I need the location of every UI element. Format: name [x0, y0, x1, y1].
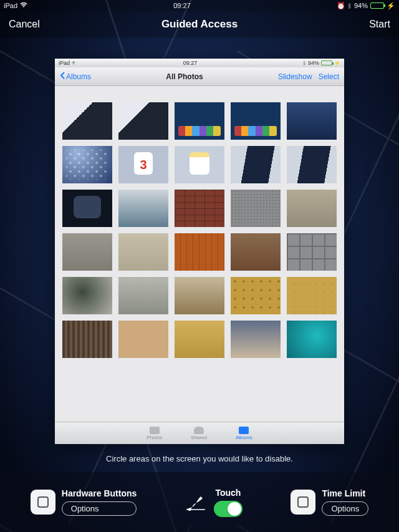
photo-thumbnail[interactable]: [287, 190, 337, 227]
touch-control: Touch: [185, 488, 243, 517]
preview-status-time: 09:27: [183, 60, 198, 66]
alarm-icon: ⏰: [337, 2, 345, 10]
photo-thumbnail[interactable]: [287, 102, 337, 140]
tab-photos-label: Photos: [147, 435, 162, 440]
app-preview[interactable]: iPad ᯤ 09:27 ᛒ 94% ⚡ Albums All Photos S…: [55, 59, 344, 444]
touch-toggle[interactable]: [214, 501, 243, 517]
page-title: Guided Access: [161, 18, 238, 31]
tab-shared[interactable]: Shared: [191, 427, 207, 440]
photo-thumbnail[interactable]: [175, 102, 224, 140]
timelimit-label: Time Limit: [322, 488, 368, 498]
photo-thumbnail[interactable]: [231, 321, 281, 358]
photo-thumbnail[interactable]: [287, 277, 337, 314]
device-label: iPad: [4, 2, 17, 9]
back-button[interactable]: Albums: [60, 72, 91, 81]
photo-thumbnail[interactable]: [175, 146, 224, 183]
tab-photos[interactable]: Photos: [147, 427, 162, 440]
preview-battery-pct: 94%: [308, 60, 319, 66]
photo-thumbnail[interactable]: [118, 321, 168, 358]
battery-icon: [370, 2, 384, 9]
photo-thumbnail[interactable]: [118, 233, 168, 271]
photo-thumbnail[interactable]: [287, 146, 337, 183]
preview-device-label: iPad: [59, 60, 70, 66]
photo-thumbnail[interactable]: [231, 233, 281, 271]
wifi-icon: [20, 2, 27, 9]
tab-albums-label: Albums: [236, 435, 252, 440]
preview-status-bar: iPad ᯤ 09:27 ᛒ 94% ⚡: [55, 59, 344, 67]
photo-thumbnail[interactable]: [175, 233, 224, 271]
photo-thumbnail[interactable]: [287, 321, 337, 358]
back-label: Albums: [66, 72, 91, 81]
draw-icon: [185, 493, 206, 511]
photo-thumbnail[interactable]: [62, 321, 112, 358]
albums-icon: [239, 427, 249, 434]
hint-text: Circle areas on the screen you would lik…: [0, 454, 399, 463]
photo-thumbnail[interactable]: [231, 146, 281, 183]
battery-pct: 94%: [354, 2, 368, 9]
photo-thumbnail[interactable]: [287, 233, 337, 271]
photo-thumbnail[interactable]: [62, 102, 112, 140]
chevron-left-icon: [60, 72, 65, 81]
preview-charging-icon: ⚡: [334, 60, 340, 66]
photo-thumbnail[interactable]: [62, 233, 112, 271]
hardware-label: Hardware Buttons: [62, 488, 137, 498]
charging-icon: ⚡: [387, 2, 395, 10]
cloud-icon: [194, 427, 204, 434]
touch-label: Touch: [215, 488, 241, 498]
photo-thumbnail[interactable]: [231, 277, 281, 314]
home-button-icon: [37, 496, 49, 508]
start-button[interactable]: Start: [347, 19, 390, 30]
time-limit-control: Time Limit Options: [291, 488, 368, 516]
photo-thumbnail[interactable]: [118, 190, 168, 227]
select-button[interactable]: Select: [319, 72, 339, 81]
photo-thumbnail[interactable]: [62, 190, 112, 227]
tab-shared-label: Shared: [191, 435, 207, 440]
bottom-control-bar: Hardware Buttons Options Touch Time Limi…: [0, 472, 399, 532]
preview-wifi-icon: ᯤ: [72, 60, 77, 66]
hardware-icon-box: [31, 490, 55, 515]
timelimit-icon-box: [291, 490, 315, 515]
guided-access-nav: Cancel Guided Access Start: [0, 11, 399, 37]
photo-thumbnail[interactable]: [62, 146, 112, 183]
photo-thumbnail[interactable]: [118, 102, 168, 140]
photo-thumbnail[interactable]: [231, 190, 281, 227]
preview-bluetooth-icon: ᛒ: [303, 60, 306, 66]
photo-thumbnail[interactable]: [231, 102, 281, 140]
timelimit-options-button[interactable]: Options: [322, 501, 368, 516]
photo-thumbnail[interactable]: [175, 277, 224, 314]
cancel-button[interactable]: Cancel: [9, 19, 52, 30]
preview-battery-icon: [321, 60, 332, 65]
photo-thumbnail[interactable]: [118, 277, 168, 314]
home-button-icon: [297, 496, 309, 508]
hardware-buttons-control: Hardware Buttons Options: [31, 488, 137, 516]
outer-status-bar: iPad 09:27 ⏰ ᛒ 94% ⚡: [0, 0, 399, 11]
photo-thumbnail[interactable]: [175, 190, 224, 227]
status-time: 09:27: [173, 2, 191, 9]
slideshow-button[interactable]: Slideshow: [278, 72, 312, 81]
bluetooth-icon: ᛒ: [348, 2, 352, 9]
photo-thumbnail[interactable]: [62, 277, 112, 314]
preview-title: All Photos: [166, 72, 203, 81]
photo-thumbnail[interactable]: [118, 146, 168, 183]
photo-grid[interactable]: [55, 102, 344, 422]
photo-thumbnail[interactable]: [175, 321, 224, 358]
preview-nav-bar: Albums All Photos Slideshow Select: [55, 67, 344, 86]
hardware-options-button[interactable]: Options: [62, 501, 137, 516]
tab-albums[interactable]: Albums: [236, 427, 252, 440]
photos-icon: [150, 427, 160, 434]
preview-tab-bar: Photos Shared Albums: [55, 422, 344, 444]
